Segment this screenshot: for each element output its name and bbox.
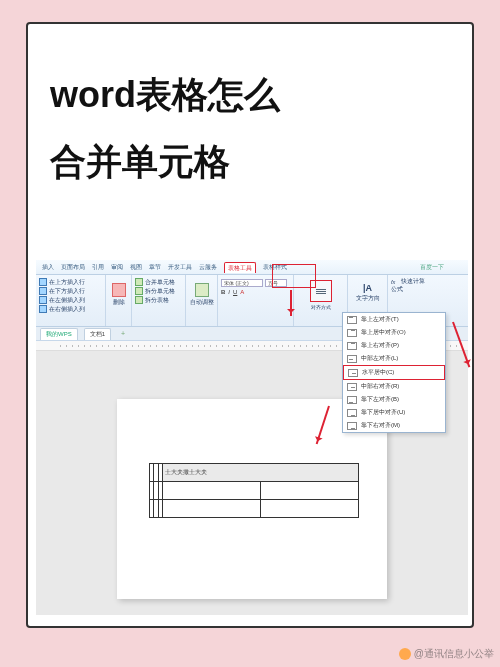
group-rows-cols: 在上方插入行 在下方插入行 在左侧插入列 在右侧插入列 xyxy=(36,275,106,326)
table-merged-cell[interactable]: 士大夫撒士大夫 xyxy=(163,464,359,482)
ribbon-tab[interactable]: 审阅 xyxy=(111,263,123,272)
alignment-menu-label: 中部右对齐(R) xyxy=(361,382,399,391)
font-size-select[interactable]: 五号 xyxy=(265,279,287,287)
alignment-menu-item[interactable]: 水平居中(C) xyxy=(343,365,445,380)
alignment-menu-label: 靠下右对齐(M) xyxy=(361,421,400,430)
align-icon xyxy=(347,355,357,363)
group-merge: 合并单元格 拆分单元格 拆分表格 xyxy=(132,275,186,326)
fast-calc-button[interactable]: fx 快速计算 xyxy=(391,278,433,285)
title-line-1: word表格怎么 xyxy=(50,62,280,129)
alignment-menu-item[interactable]: 靠下左对齐(B) xyxy=(343,393,445,406)
ribbon-tab-active[interactable]: 表格工具 xyxy=(224,262,256,273)
ribbon-tab[interactable]: 表格样式 xyxy=(263,263,287,272)
alignment-menu-label: 中部左对齐(L) xyxy=(361,354,398,363)
ribbon-tab[interactable]: 章节 xyxy=(149,263,161,272)
insert-row-below-button[interactable]: 在下方插入行 xyxy=(39,287,102,295)
align-icon xyxy=(347,396,357,404)
table-insert-icon xyxy=(39,305,47,313)
insert-col-right-button[interactable]: 在右侧插入列 xyxy=(39,305,102,313)
search-hint[interactable]: 百度一下 xyxy=(420,263,444,272)
align-icon xyxy=(347,342,357,350)
table-cell[interactable] xyxy=(163,482,261,500)
screenshot: 插入 页面布局 引用 审阅 视图 章节 开发工具 云服务 表格工具 表格样式 百… xyxy=(36,260,468,616)
ribbon-tab[interactable]: 插入 xyxy=(42,263,54,272)
alignment-menu-item[interactable]: 靠上居中对齐(O) xyxy=(343,326,445,339)
alignment-menu-label: 靠下左对齐(B) xyxy=(361,395,399,404)
table-cell[interactable] xyxy=(261,482,359,500)
alignment-label: 对齐方式 xyxy=(297,304,344,310)
card: word表格怎么 合并单元格 插入 页面布局 引用 审阅 视图 章节 开发工具 … xyxy=(26,22,474,628)
underline-button[interactable]: U xyxy=(233,289,237,295)
text-dir-icon: |A xyxy=(363,283,372,293)
ribbon-tab[interactable]: 页面布局 xyxy=(61,263,85,272)
split-table-button[interactable]: 拆分表格 xyxy=(135,296,182,304)
title: word表格怎么 合并单元格 xyxy=(50,62,280,195)
alignment-menu-label: 靠上左对齐(T) xyxy=(361,315,399,324)
font-color-button[interactable]: A xyxy=(240,289,244,295)
autofit-button[interactable]: 自动调整 xyxy=(189,283,214,306)
table-row: 士大夫撒士大夫 xyxy=(150,464,359,482)
group-delete: 删除 xyxy=(106,275,132,326)
alignment-menu-label: 靠上右对齐(P) xyxy=(361,341,399,350)
merge-icon xyxy=(135,278,143,286)
text-direction-button[interactable]: |A 文字方向 xyxy=(351,283,384,302)
align-icon xyxy=(347,329,357,337)
ribbon-tab[interactable]: 视图 xyxy=(130,263,142,272)
group-alignment: 对齐方式 xyxy=(294,275,348,326)
alignment-menu-label: 靠上居中对齐(O) xyxy=(361,328,406,337)
alignment-menu-item[interactable]: 中部左对齐(L) xyxy=(343,352,445,365)
group-adjust: 自动调整 xyxy=(186,275,218,326)
alignment-dropdown: 靠上左对齐(T)靠上居中对齐(O)靠上右对齐(P)中部左对齐(L)水平居中(C)… xyxy=(342,312,446,433)
alignment-menu-item[interactable]: 靠下居中对齐(U) xyxy=(343,406,445,419)
italic-button[interactable]: I xyxy=(228,289,230,295)
alignment-menu-item[interactable]: 中部右对齐(R) xyxy=(343,380,445,393)
align-icon xyxy=(347,409,357,417)
table-row xyxy=(150,482,359,500)
table-insert-icon xyxy=(39,278,47,286)
alignment-menu-item[interactable]: 靠下右对齐(M) xyxy=(343,419,445,432)
alignment-button[interactable] xyxy=(310,280,332,302)
split-cells-button[interactable]: 拆分单元格 xyxy=(135,287,182,295)
add-tab-button[interactable]: + xyxy=(121,330,125,337)
align-icon xyxy=(347,422,357,430)
group-font: 宋体 (正文) 五号 B I U A xyxy=(218,275,294,326)
watermark: @通讯信息小公举 xyxy=(399,647,494,661)
delete-button[interactable]: 删除 xyxy=(109,283,128,306)
weibo-icon xyxy=(399,648,411,660)
wps-home-tab[interactable]: 我的WPS xyxy=(40,328,78,340)
ribbon-tab-strip: 插入 页面布局 引用 审阅 视图 章节 开发工具 云服务 表格工具 表格样式 百… xyxy=(36,260,468,275)
ribbon-tab[interactable]: 引用 xyxy=(92,263,104,272)
table-row xyxy=(150,500,359,518)
ribbon-tab[interactable]: 开发工具 xyxy=(168,263,192,272)
table-cell[interactable] xyxy=(261,500,359,518)
font-name-select[interactable]: 宋体 (正文) xyxy=(221,279,263,287)
alignment-menu-label: 靠下居中对齐(U) xyxy=(361,408,405,417)
delete-icon xyxy=(112,283,126,297)
alignment-menu-label: 水平居中(C) xyxy=(362,368,394,377)
table-insert-icon xyxy=(39,287,47,295)
align-icon xyxy=(348,369,358,377)
autofit-icon xyxy=(195,283,209,297)
ribbon-tab[interactable]: 云服务 xyxy=(199,263,217,272)
table-insert-icon xyxy=(39,296,47,304)
split-icon xyxy=(135,287,143,295)
table-cell[interactable] xyxy=(163,500,261,518)
alignment-menu-item[interactable]: 靠上右对齐(P) xyxy=(343,339,445,352)
insert-row-above-button[interactable]: 在上方插入行 xyxy=(39,278,102,286)
align-icon xyxy=(347,383,357,391)
split-table-icon xyxy=(135,296,143,304)
merge-cells-button[interactable]: 合并单元格 xyxy=(135,278,182,286)
table[interactable]: 士大夫撒士大夫 xyxy=(149,463,359,518)
formula-button[interactable]: 公式 xyxy=(391,286,433,293)
insert-col-left-button[interactable]: 在左侧插入列 xyxy=(39,296,102,304)
bold-button[interactable]: B xyxy=(221,289,225,295)
watermark-text: @通讯信息小公举 xyxy=(414,647,494,661)
document-tab[interactable]: 文档1 xyxy=(84,328,111,340)
align-icon xyxy=(347,316,357,324)
title-line-2: 合并单元格 xyxy=(50,129,280,196)
alignment-menu-item[interactable]: 靠上左对齐(T) xyxy=(343,313,445,326)
